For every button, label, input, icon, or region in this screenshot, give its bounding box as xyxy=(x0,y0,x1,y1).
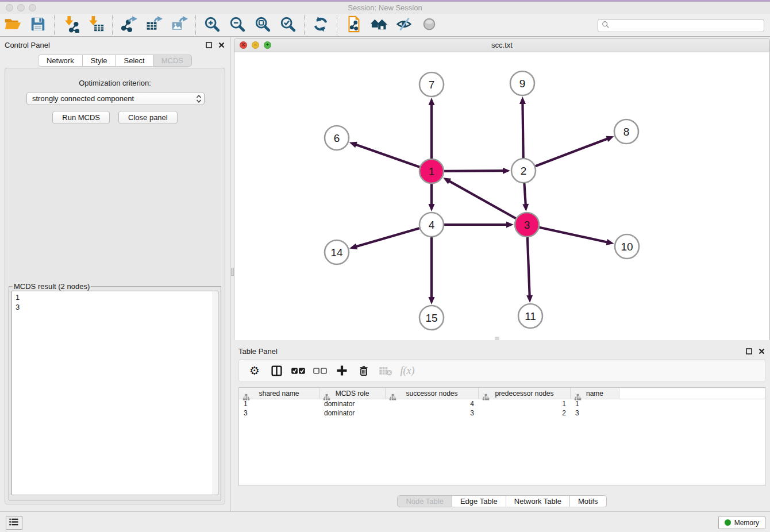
search-input[interactable] xyxy=(612,20,764,31)
graph-edge-arrowhead xyxy=(519,97,526,104)
network-file-button[interactable] xyxy=(344,16,363,35)
column-header-shared-name[interactable]: shared name xyxy=(239,388,319,399)
close-panel-icon[interactable] xyxy=(217,41,225,49)
canvas-scroll-grip[interactable] xyxy=(495,337,499,340)
graph-edge-3-10[interactable] xyxy=(539,228,608,242)
graph-edge-1-6[interactable] xyxy=(355,144,419,167)
column-header-predecessor-nodes[interactable]: predecessor nodes xyxy=(479,388,571,399)
table-cell[interactable]: 3 xyxy=(571,408,619,418)
memory-button[interactable]: Memory xyxy=(718,516,765,529)
level-of-detail-button[interactable] xyxy=(419,16,439,35)
open-file-button[interactable] xyxy=(3,16,22,35)
save-session-button[interactable] xyxy=(28,16,48,35)
export-table-button[interactable] xyxy=(144,16,164,35)
search-icon xyxy=(598,21,612,31)
hide-graphics-details-button[interactable] xyxy=(394,16,414,35)
table-header-row: shared nameMCDS rolesuccessor nodesprede… xyxy=(239,388,765,399)
graph-node-label: 8 xyxy=(623,126,630,138)
delete-column-button[interactable] xyxy=(356,363,371,378)
export-network-button[interactable] xyxy=(119,16,138,35)
memory-status-icon xyxy=(725,519,731,526)
table-cell[interactable]: dominator xyxy=(319,408,386,418)
close-panel-button[interactable]: Close panel xyxy=(118,111,178,124)
panel-splitter[interactable] xyxy=(230,37,234,511)
refresh-layout-button[interactable] xyxy=(311,16,330,35)
network-canvas[interactable]: 7968124314101511 xyxy=(234,52,769,340)
import-network-button[interactable] xyxy=(61,16,80,35)
column-header-MCDS-role[interactable]: MCDS role xyxy=(319,388,386,399)
add-column-button[interactable] xyxy=(334,363,349,378)
delete-table-icon xyxy=(379,366,392,376)
table-cell[interactable]: 1 xyxy=(479,399,571,408)
mcds-result-group: MCDS result (2 nodes) 1 3 xyxy=(9,282,221,500)
column-header-successor-nodes[interactable]: successor nodes xyxy=(386,388,479,399)
float-panel-icon[interactable] xyxy=(205,41,213,49)
tab-network[interactable]: Network xyxy=(38,55,83,67)
graph-edge-4-14[interactable] xyxy=(355,228,419,247)
zoom-in-button[interactable] xyxy=(202,16,222,35)
tab-style[interactable]: Style xyxy=(83,55,116,67)
graph-edge-1-2[interactable] xyxy=(444,171,505,171)
graph-node-label: 7 xyxy=(429,79,435,91)
gear-icon: ⚙ xyxy=(249,364,260,377)
control-panel-tabs: Network Style Select MCDS xyxy=(0,55,230,67)
graph-edge-arrowhead xyxy=(429,98,435,105)
tab-node-table[interactable]: Node Table xyxy=(397,495,452,507)
titlebar: Session: New Session xyxy=(0,2,770,14)
zoom-fit-button[interactable] xyxy=(253,16,272,35)
scrollbar-track[interactable] xyxy=(213,291,218,495)
tab-mcds[interactable]: MCDS xyxy=(153,55,192,67)
tab-network-table[interactable]: Network Table xyxy=(506,495,570,507)
float-table-panel-icon[interactable] xyxy=(745,347,753,355)
tab-select[interactable]: Select xyxy=(116,55,153,67)
optimization-criterion-select[interactable]: strongly connected component xyxy=(26,92,205,105)
optimization-criterion-value: strongly connected component xyxy=(27,94,194,103)
network-window-titlebar[interactable]: ✕ − + scc.txt xyxy=(234,38,769,52)
table-row[interactable]: 3dominator323 xyxy=(239,408,765,418)
run-mcds-button[interactable]: Run MCDS xyxy=(52,111,110,124)
eye-slash-icon xyxy=(395,16,413,35)
graph-edge-2-9[interactable] xyxy=(522,102,523,158)
unchecked-boxes-icon xyxy=(313,367,328,375)
column-header-name[interactable]: name xyxy=(571,388,619,399)
node-table[interactable]: shared nameMCDS rolesuccessor nodesprede… xyxy=(238,387,765,486)
zoom-selected-button[interactable] xyxy=(278,16,298,35)
tab-motifs[interactable]: Motifs xyxy=(570,495,607,507)
table-cell[interactable]: 2 xyxy=(479,408,571,418)
mcds-panel-body: Optimization criterion: strongly connect… xyxy=(5,68,225,504)
table-cell[interactable]: 3 xyxy=(386,408,479,418)
optimization-criterion-label: Optimization criterion: xyxy=(5,79,225,87)
mcds-result-box[interactable]: 1 3 xyxy=(11,291,218,495)
select-all-columns-button[interactable] xyxy=(291,363,306,378)
search-field[interactable] xyxy=(598,19,764,32)
function-builder-button[interactable]: f(x) xyxy=(400,363,415,378)
graph-node-label: 15 xyxy=(425,312,437,324)
table-cell[interactable]: 1 xyxy=(239,399,319,408)
unselect-all-columns-button[interactable] xyxy=(313,363,328,378)
graph-node-label: 1 xyxy=(429,165,435,178)
close-table-panel-icon[interactable] xyxy=(757,347,765,355)
table-cell[interactable]: 4 xyxy=(386,399,479,408)
graph-edge-3-1[interactable] xyxy=(448,180,516,218)
trash-icon xyxy=(358,365,369,377)
task-history-button[interactable] xyxy=(6,516,22,530)
toolbar-separator xyxy=(54,16,55,35)
delete-table-button[interactable] xyxy=(378,363,393,378)
graph-edge-2-8[interactable] xyxy=(536,138,609,166)
toolbar-separator xyxy=(195,16,196,35)
graph-edge-3-11[interactable] xyxy=(528,237,530,297)
graph-edge-2-3[interactable] xyxy=(524,183,525,206)
zoom-out-button[interactable] xyxy=(228,16,247,35)
tab-edge-table[interactable]: Edge Table xyxy=(452,495,506,507)
column-layout-button[interactable] xyxy=(269,363,284,378)
zoom-selected-icon xyxy=(279,16,297,35)
show-all-networks-button[interactable] xyxy=(369,16,388,35)
graph-node-label: 9 xyxy=(519,78,526,90)
zoom-out-icon xyxy=(229,16,246,35)
table-cell[interactable]: 3 xyxy=(239,408,319,418)
table-row[interactable]: 1dominator411 xyxy=(239,399,765,408)
export-image-button[interactable] xyxy=(170,16,189,35)
import-table-button[interactable] xyxy=(86,16,106,35)
control-panel: Control Panel Network Style Select MCDS … xyxy=(0,37,230,511)
table-settings-button[interactable]: ⚙ xyxy=(247,363,262,378)
